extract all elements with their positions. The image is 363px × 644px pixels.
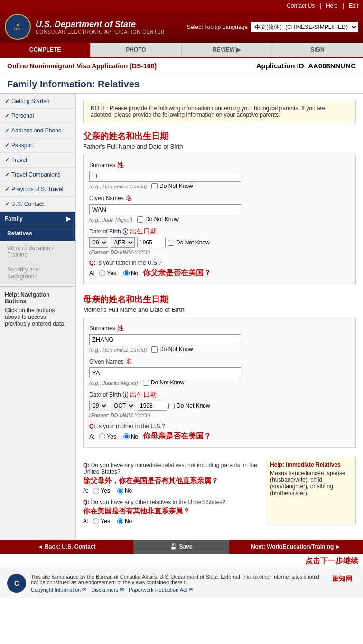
mother-info-icon: i <box>123 392 128 398</box>
mother-dob-day-select[interactable]: 09 <box>89 401 108 411</box>
mother-in-us-yes[interactable]: Yes <box>99 433 116 440</box>
father-in-us-yes[interactable]: Yes <box>99 270 116 277</box>
mother-givennames-label: Given Names 名 <box>89 357 350 366</box>
footer-text-block: This site is managed by the Bureau of Co… <box>31 574 324 593</box>
tab-review[interactable]: REVIEW ▶ <box>182 43 272 57</box>
mother-dob-label: Date of Birth i 出生日期 <box>89 391 350 399</box>
immediate-relatives-yes[interactable]: Yes <box>93 487 110 494</box>
mother-dob-month-select[interactable]: OCT <box>111 401 135 411</box>
footer-nav: ◄ Back: U.S. Contact 💾 Save Next: Work/E… <box>0 540 363 554</box>
help-navigation-box: Help: Navigation Buttons Click on the bu… <box>0 286 75 332</box>
sidebar-item-travel[interactable]: Travel <box>0 153 75 168</box>
sidebar-item-address-phone[interactable]: Address and Phone <box>0 123 75 138</box>
tab-photo[interactable]: PHOTO <box>91 43 181 57</box>
us-seal: ★U.S. <box>5 14 31 40</box>
tab-sign[interactable]: SIGN <box>272 43 363 57</box>
back-button[interactable]: ◄ Back: U.S. Contact <box>0 540 133 554</box>
other-relatives-section: Q: Do you have any immediate relatives, … <box>83 457 356 524</box>
father-title-cn: 父亲的姓名和出生日期 <box>83 131 356 142</box>
father-dob-month-select[interactable]: APR <box>111 237 135 248</box>
father-surnames-label: Surnames 姓 <box>89 161 350 169</box>
other-relatives-no[interactable]: No <box>117 518 132 524</box>
sidebar-item-security-background[interactable]: Security and Background <box>0 262 75 284</box>
father-surnames-group: Surnames 姓 (e.g., Hernandez Garcia) Do N… <box>89 161 350 189</box>
immediate-relatives-help: Help: Immediate Relatives Means fiancé/f… <box>266 457 356 524</box>
mother-surnames-input[interactable] <box>89 334 241 345</box>
immediate-relatives-no[interactable]: No <box>117 487 132 494</box>
application-header: Online Nonimmigrant Visa Application (DS… <box>0 58 363 74</box>
sidebar-item-personal[interactable]: Personal <box>0 109 75 123</box>
father-dob-day-select[interactable]: 09 <box>89 237 108 248</box>
father-dob-dontknow[interactable]: Do Not Know <box>168 239 210 246</box>
contact-us-link[interactable]: Contact Us <box>287 2 315 9</box>
sidebar-item-work-education[interactable]: Work / Education / Training <box>0 241 75 262</box>
tooltip-language-label: Select Tooltip Language <box>187 24 248 30</box>
father-givennames-label: Given Names 名 <box>89 194 350 203</box>
father-surnames-input[interactable] <box>89 171 241 182</box>
main-content: NOTE: Please provide the following infor… <box>76 94 363 540</box>
disclaimers-link[interactable]: Disclaimers ✉ <box>91 587 124 593</box>
exit-link[interactable]: Exit <box>349 2 358 9</box>
mother-dob-dontknow[interactable]: Do Not Know <box>168 402 210 409</box>
mother-dob-group: Date of Birth i 出生日期 09 OCT Do No <box>89 391 350 418</box>
watermark: 旅知网 <box>328 574 356 584</box>
father-title-en: Father's Full Name and Date of Birth <box>83 143 356 150</box>
sidebar-item-previous-us-travel[interactable]: Previous U.S. Travel <box>0 182 75 197</box>
mother-title-en: Mother's Full Name and Date of Birth <box>83 306 356 313</box>
mother-givennames-input[interactable] <box>89 367 241 378</box>
other-relatives-radio: Yes No <box>93 518 132 524</box>
mother-section: 母亲的姓名和出生日期 Mother's Full Name and Date o… <box>83 294 356 448</box>
info-icon: i <box>123 228 128 235</box>
mother-dob-year-input[interactable] <box>138 401 166 411</box>
father-surnames-dontknow[interactable]: Do Not Know <box>151 183 193 189</box>
father-form: Surnames 姓 (e.g., Hernandez Garcia) Do N… <box>83 155 356 284</box>
sidebar-item-us-contact[interactable]: U.S. Contact <box>0 197 75 212</box>
father-section: 父亲的姓名和出生日期 Father's Full Name and Date o… <box>83 131 356 284</box>
next-button[interactable]: Next: Work/Education/Training ► <box>230 540 363 554</box>
sidebar-item-family[interactable]: Family <box>0 212 75 226</box>
father-givennames-input[interactable] <box>89 204 241 215</box>
main-layout: Getting Started Personal Address and Pho… <box>0 94 363 540</box>
tab-complete[interactable]: COMPLETE <box>0 43 91 57</box>
app-id: Application ID AA008NNUNC <box>256 62 356 70</box>
language-select[interactable]: 中文(简体）(CHINESE-SIMPLIFIED) <box>251 22 358 32</box>
app-title: Online Nonimmigrant Visa Application (DS… <box>7 62 157 70</box>
help-nav-text: Click on the buttons above to access pre… <box>5 307 71 327</box>
help-nav-title: Help: Navigation Buttons <box>5 291 71 305</box>
sidebar-item-relatives[interactable]: Relatives <box>0 226 75 241</box>
other-relatives-yes[interactable]: Yes <box>93 518 110 524</box>
help-link[interactable]: Help <box>326 2 338 9</box>
father-in-us-radio: Yes No <box>99 270 138 277</box>
note-box: NOTE: Please provide the following infor… <box>83 100 356 123</box>
mother-givennames-dontknow[interactable]: Do Not Know <box>143 379 185 386</box>
copyright-link[interactable]: Copyright Information ✉ <box>31 587 86 593</box>
immediate-relatives-radio: Yes No <box>93 487 132 494</box>
mother-in-us-no[interactable]: No <box>123 433 138 440</box>
mother-surnames-dontknow[interactable]: Do Not Know <box>151 346 193 353</box>
site-header: ★U.S. U.S. Department of State CONSULAR … <box>0 11 363 43</box>
father-dob-group: Date of Birth i 出生日期 09 APR Do No <box>89 227 350 255</box>
relatives-layout: Q: Do you have any immediate relatives, … <box>83 457 356 524</box>
father-dob-label: Date of Birth i 出生日期 <box>89 227 350 236</box>
nav-tabs: COMPLETE PHOTO REVIEW ▶ SIGN <box>0 43 363 58</box>
page-footer: C This site is managed by the Bureau of … <box>0 569 363 598</box>
footer-links: Copyright Information ✉ Disclaimers ✉ Pa… <box>31 587 324 593</box>
father-dob-year-input[interactable] <box>137 238 166 247</box>
app-id-value: AA008NNUNC <box>308 62 356 70</box>
relatives-questions: Q: Do you have any immediate relatives, … <box>83 457 261 524</box>
father-in-us-no[interactable]: No <box>123 270 138 277</box>
sidebar-item-getting-started[interactable]: Getting Started <box>0 94 75 109</box>
mother-title-cn: 母亲的姓名和出生日期 <box>83 294 356 305</box>
q1-cn-annotation: 除父母外，你在美国是否有其他直系亲属？ <box>83 476 261 485</box>
sidebar-item-travel-companions[interactable]: Travel Companions <box>0 168 75 182</box>
father-givennames-group: Given Names 名 (e.g., Juan Miguel) Do Not… <box>89 194 350 223</box>
save-button[interactable]: 💾 Save <box>133 540 229 554</box>
sidebar: Getting Started Personal Address and Pho… <box>0 94 76 540</box>
footer-logo: C <box>7 574 26 593</box>
department-name: U.S. Department of State CONSULAR ELECTR… <box>36 19 165 35</box>
paperwork-link[interactable]: Paperwork Reduction Act ✉ <box>129 587 193 593</box>
mother-in-us-qa: Q: Is your mother in the U.S.? A: Yes No <box>89 423 350 441</box>
mother-in-us-radio: Yes No <box>99 433 138 440</box>
father-givennames-dontknow[interactable]: Do Not Know <box>137 216 179 223</box>
sidebar-item-passport[interactable]: Passport <box>0 138 75 153</box>
